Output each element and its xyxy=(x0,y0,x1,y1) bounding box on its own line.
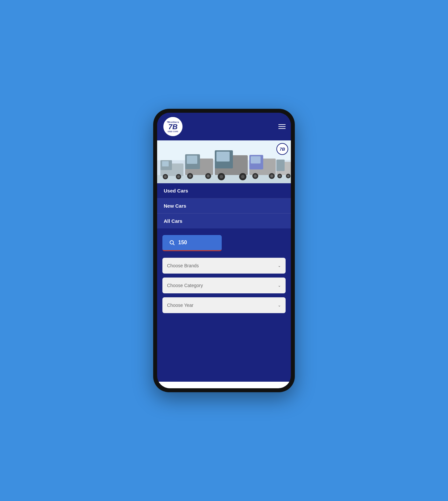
nav-tab-used-cars[interactable]: Used Cars xyxy=(157,183,291,198)
category-dropdown[interactable]: Choose Category ⌄ xyxy=(162,278,286,293)
svg-rect-12 xyxy=(187,156,197,164)
svg-point-36 xyxy=(287,175,290,177)
hamburger-line-1 xyxy=(278,124,286,125)
year-chevron-icon: ⌄ xyxy=(278,303,281,308)
phone-device: 7Brothers 7B USED CARS xyxy=(153,109,295,392)
hero-badge: 7B xyxy=(276,143,288,155)
hamburger-line-2 xyxy=(278,126,286,127)
nav-tab-all-cars[interactable]: All Cars xyxy=(157,214,291,228)
logo-brand-sub: USED CARS xyxy=(168,131,178,133)
svg-rect-32 xyxy=(276,160,285,171)
svg-point-34 xyxy=(279,175,281,177)
search-button[interactable]: 150 xyxy=(162,235,222,251)
svg-point-14 xyxy=(189,175,192,178)
logo-brand-main: 7B xyxy=(168,123,178,131)
svg-rect-19 xyxy=(216,152,230,162)
svg-point-21 xyxy=(220,175,223,179)
brands-dropdown[interactable]: Choose Brands ⌄ xyxy=(162,258,286,274)
hamburger-menu-button[interactable] xyxy=(278,124,286,129)
year-label: Choose Year xyxy=(167,303,193,308)
svg-point-28 xyxy=(254,175,257,178)
hamburger-line-3 xyxy=(278,128,286,129)
logo: 7Brothers 7B USED CARS xyxy=(162,116,183,137)
search-section: 150 xyxy=(157,228,291,254)
brands-chevron-icon: ⌄ xyxy=(278,263,281,268)
svg-rect-5 xyxy=(162,161,169,166)
svg-point-7 xyxy=(164,175,167,178)
nav-tabs: Used Cars New Cars All Cars xyxy=(157,183,291,228)
brands-label: Choose Brands xyxy=(167,263,199,268)
svg-point-30 xyxy=(270,175,273,178)
app-header: 7Brothers 7B USED CARS xyxy=(157,113,291,140)
svg-point-16 xyxy=(207,175,210,178)
search-count: 150 xyxy=(178,240,187,246)
category-label: Choose Category xyxy=(167,283,203,288)
hero-trucks-image xyxy=(157,140,291,183)
filter-section: Choose Brands ⌄ Choose Category ⌄ Choose… xyxy=(157,254,291,320)
svg-line-38 xyxy=(173,244,174,245)
search-icon xyxy=(169,240,175,246)
svg-rect-26 xyxy=(251,156,261,163)
phone-screen: 7Brothers 7B USED CARS xyxy=(157,113,291,388)
hero-badge-text: 7B xyxy=(280,147,285,151)
svg-point-37 xyxy=(170,241,174,244)
svg-point-9 xyxy=(177,175,180,178)
hero-banner: 7B xyxy=(157,140,291,183)
nav-tab-new-cars[interactable]: New Cars xyxy=(157,198,291,214)
svg-point-23 xyxy=(241,175,245,179)
bottom-bar xyxy=(157,382,291,388)
category-chevron-icon: ⌄ xyxy=(278,283,281,288)
year-dropdown[interactable]: Choose Year ⌄ xyxy=(162,297,286,313)
